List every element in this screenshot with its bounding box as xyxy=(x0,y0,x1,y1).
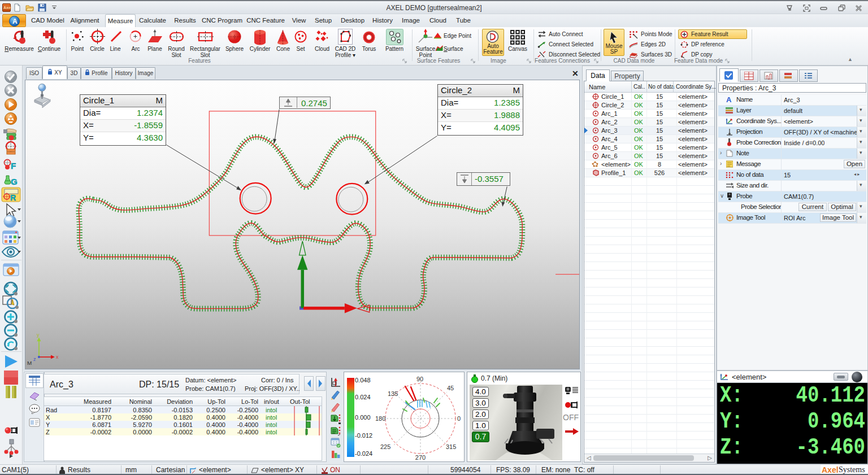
svg-text:45: 45 xyxy=(447,385,454,391)
svg-text:90: 90 xyxy=(416,376,423,382)
svg-text:y: y xyxy=(37,332,40,338)
svg-text:M: M xyxy=(27,360,32,366)
svg-text:270: 270 xyxy=(415,454,426,461)
svg-text:-0.012: -0.012 xyxy=(355,432,372,439)
svg-text:F: F xyxy=(11,161,16,171)
svg-text:0.048: 0.048 xyxy=(355,377,371,384)
svg-text:z: z xyxy=(33,356,36,362)
svg-text:0.000: 0.000 xyxy=(355,414,371,421)
svg-text:G: G xyxy=(11,177,18,186)
svg-text:0.024: 0.024 xyxy=(355,394,371,400)
svg-text:R: R xyxy=(10,193,16,202)
svg-text:x: x xyxy=(56,354,59,360)
svg-text:-0.024: -0.024 xyxy=(355,450,372,457)
